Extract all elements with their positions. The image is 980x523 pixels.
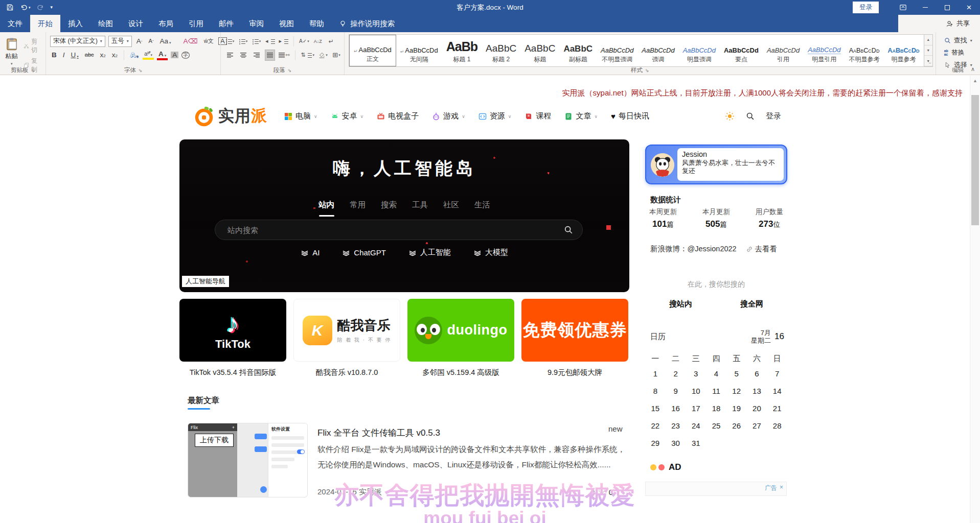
calendar-day[interactable]: 31 <box>686 434 706 451</box>
underline-button[interactable]: U▾ <box>70 51 80 60</box>
minimize-button[interactable] <box>914 0 936 15</box>
calendar-day[interactable]: 1 <box>645 365 666 382</box>
quicklink-ai[interactable]: AI <box>301 248 320 257</box>
paragraph-dialog-launcher[interactable]: ⇘ <box>288 68 292 73</box>
find-button[interactable]: 查找▾ <box>944 34 977 46</box>
calendar-day[interactable]: 21 <box>767 399 787 417</box>
calendar-day[interactable]: 4 <box>706 365 726 382</box>
ribbon-display-options-icon[interactable] <box>892 0 914 15</box>
asian-layout-button[interactable]: A✓▾ <box>299 36 310 47</box>
bold-button[interactable]: B <box>50 51 58 60</box>
tab-mailings[interactable]: 邮件 <box>211 15 241 32</box>
light-mode-sun-icon[interactable] <box>725 111 735 121</box>
shrink-font-button[interactable]: Aˇ <box>147 37 155 45</box>
card-caption[interactable]: TikTok v35.5.4 抖音国际版 <box>190 368 276 377</box>
italic-button[interactable]: I <box>61 51 66 60</box>
style-subtitle[interactable]: AaBbC副标题 <box>559 35 597 66</box>
quicklink-aigc[interactable]: 人工智能 <box>408 248 451 257</box>
tab-file[interactable]: 文件 <box>0 15 30 32</box>
borders-button[interactable]: ⊞▾ <box>331 50 341 61</box>
paste-button[interactable]: 粘贴 ▾ <box>4 34 19 66</box>
calendar-day[interactable]: 17 <box>686 399 706 417</box>
hero-tab-search[interactable]: 搜索 <box>381 200 397 215</box>
card-kuwo[interactable]: K 酷我音乐陪 着 我 · 不 要 停 酷我音乐 v10.8.7.0 <box>293 299 400 377</box>
restore-button[interactable] <box>936 0 958 15</box>
site-login-link[interactable]: 登录 <box>766 111 781 121</box>
hero-tab-site[interactable]: 站内 <box>318 200 334 215</box>
calendar-day[interactable]: 18 <box>706 399 726 417</box>
style-intense-reference[interactable]: AaBbCcDd明显参考 <box>884 35 924 66</box>
tab-home[interactable]: 开始 <box>30 15 60 32</box>
collapse-ribbon-icon[interactable]: ∧ <box>971 66 975 73</box>
document-scrollbar[interactable]: ▲ <box>970 76 980 523</box>
card-caption[interactable]: 多邻国 v5.159.4 高级版 <box>422 368 499 377</box>
font-color-button[interactable]: A▾ <box>157 50 168 61</box>
char-shading-button[interactable]: A <box>171 52 178 59</box>
styles-more-button[interactable]: ▼̲ <box>924 56 932 66</box>
nav-item-games[interactable]: 游戏∨ <box>432 111 465 121</box>
close-button[interactable]: × <box>958 0 980 15</box>
site-search-icon[interactable] <box>746 112 755 121</box>
calendar-day[interactable]: 10 <box>686 382 706 399</box>
style-heading2[interactable]: AaBbC标题 2 <box>482 35 520 66</box>
style-subtle-reference[interactable]: AaBbCcDd不明显参考 <box>845 35 884 66</box>
hero-search-box[interactable] <box>215 220 583 240</box>
grow-font-button[interactable]: Aˆ <box>135 37 144 46</box>
style-subtle-emphasis[interactable]: AaBbCcDd不明显强调 <box>597 35 637 66</box>
style-intense-emphasis[interactable]: AaBbCcDd明显强调 <box>679 35 720 66</box>
hero-search-icon[interactable] <box>564 225 573 234</box>
phonetic-guide-button[interactable]: ẃ文 <box>202 37 215 45</box>
calendar-day[interactable]: 30 <box>666 434 686 451</box>
calendar-day[interactable]: 27 <box>747 417 767 434</box>
calendar-day[interactable]: 12 <box>726 382 747 399</box>
calendar-day[interactable]: 29 <box>645 434 666 451</box>
hero-tab-life[interactable]: 生活 <box>474 200 490 215</box>
font-name-combo[interactable]: 宋体 (中文正文)▾ <box>50 36 105 47</box>
align-center-button[interactable] <box>238 50 248 61</box>
font-dialog-launcher[interactable]: ⇘ <box>139 68 143 73</box>
bullet-list-button[interactable]: ▾ <box>225 36 235 47</box>
calendar-day[interactable]: 3 <box>686 365 706 382</box>
card-caption[interactable]: 9.9元包邮领大牌 <box>548 368 602 377</box>
profile-card[interactable]: Jession 风萧萧兮易水寒，壮士一去兮不复还 <box>645 145 787 184</box>
tab-help[interactable]: 帮助 <box>302 15 332 32</box>
calendar-day[interactable]: 13 <box>747 382 767 399</box>
calendar-day[interactable]: 15 <box>645 399 666 417</box>
tab-layout[interactable]: 布局 <box>151 15 181 32</box>
calendar-day[interactable]: 22 <box>645 417 666 434</box>
calendar-day[interactable]: 23 <box>666 417 686 434</box>
highlight-button[interactable]: aᵇ⃰▾ <box>143 50 154 60</box>
subscript-button[interactable]: x2 <box>99 51 107 60</box>
styles-scroll-down[interactable]: ▼ <box>924 45 932 56</box>
strikethrough-button[interactable]: abc <box>83 51 96 59</box>
superscript-button[interactable]: x2 <box>110 51 119 60</box>
enclose-char-button[interactable]: 字 <box>181 52 190 59</box>
font-size-combo[interactable]: 五号▾ <box>108 36 132 47</box>
justify-button[interactable] <box>265 50 275 61</box>
tell-me-search[interactable]: 操作说明搜索 <box>332 15 402 32</box>
replace-button[interactable]: abac替换 <box>944 46 977 59</box>
calendar-day[interactable]: 11 <box>706 382 726 399</box>
style-intense-quote[interactable]: AaBbCcDd明显引用 <box>804 35 845 66</box>
tab-view[interactable]: 视图 <box>271 15 302 32</box>
line-spacing-button[interactable]: ⇅▾ <box>300 50 315 61</box>
multilevel-list-button[interactable]: ▾ <box>252 36 262 47</box>
calendar-day[interactable]: 25 <box>706 417 726 434</box>
quicklink-llm[interactable]: 大模型 <box>473 248 508 257</box>
scroll-up-arrow[interactable]: ▲ <box>970 78 980 83</box>
calendar-day[interactable]: 14 <box>767 382 787 399</box>
nav-item-articles[interactable]: 文章∨ <box>564 111 598 121</box>
hero-tab-tools[interactable]: 工具 <box>412 200 428 215</box>
style-no-spacing[interactable]: AaBbCcDd无间隔 <box>396 35 442 66</box>
styles-scroll-up[interactable]: ▲ <box>924 35 932 45</box>
distribute-button[interactable]: ⇿ <box>278 50 290 61</box>
shading-button[interactable]: ▾ <box>318 50 328 61</box>
hero-tab-common[interactable]: 常用 <box>350 200 366 215</box>
sign-in-button[interactable]: 登录 <box>853 2 879 13</box>
calendar-day[interactable]: 9 <box>666 382 686 399</box>
quicklink-chatgpt[interactable]: ChatGPT <box>342 248 386 257</box>
style-emphasis[interactable]: AaBbCcDd强调 <box>637 35 678 66</box>
style-heading1[interactable]: AaBb标题 1 <box>442 35 482 66</box>
hero-search-input[interactable] <box>227 226 564 234</box>
decrease-indent-button[interactable]: ◂ <box>265 36 276 47</box>
